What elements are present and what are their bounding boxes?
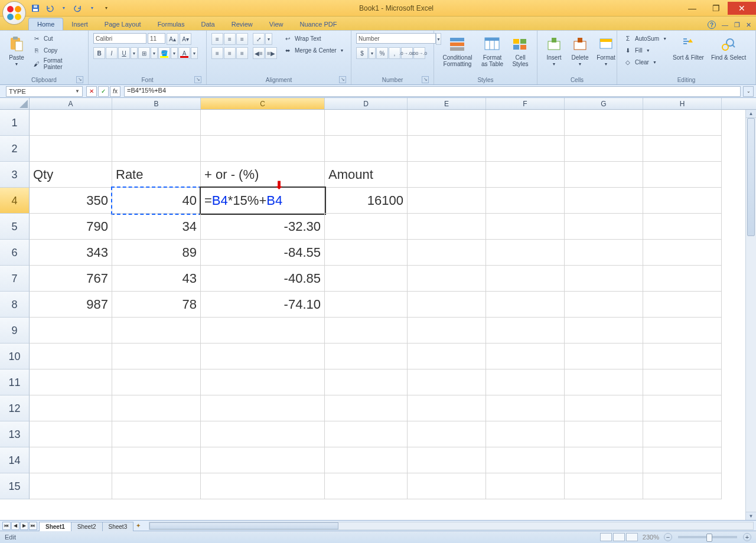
align-top-icon[interactable]: ≡ xyxy=(211,33,223,45)
cell-B5[interactable]: 34 xyxy=(112,214,201,240)
cell-C9[interactable] xyxy=(201,318,325,344)
row-header-9[interactable]: 9 xyxy=(0,318,30,344)
cell-F11[interactable] xyxy=(486,369,565,395)
office-button[interactable] xyxy=(2,1,26,25)
enter-formula-button[interactable]: ✓ xyxy=(98,86,109,97)
cell-A15[interactable] xyxy=(30,473,112,499)
merge-center-button[interactable]: ⬌Merge & Center▼ xyxy=(282,45,346,55)
cell-G13[interactable] xyxy=(565,421,643,447)
cell-G7[interactable] xyxy=(565,266,643,292)
cell-D5[interactable] xyxy=(325,214,408,240)
orientation-dropdown-icon[interactable]: ▼ xyxy=(265,33,272,45)
row-header-4[interactable]: 4 xyxy=(0,188,30,214)
delete-cells-button[interactable]: Delete▼ xyxy=(568,33,592,67)
insert-cells-button[interactable]: Insert▼ xyxy=(542,33,566,67)
col-header-D[interactable]: D xyxy=(325,98,408,109)
scroll-up-icon[interactable]: ▲ xyxy=(746,110,756,118)
cell-E3[interactable] xyxy=(408,162,486,188)
col-header-A[interactable]: A xyxy=(30,98,112,109)
wrap-text-button[interactable]: ↩Wrap Text xyxy=(282,33,346,44)
vertical-scrollbar[interactable]: ▲ ▼ xyxy=(745,110,756,520)
cell-B9[interactable] xyxy=(112,318,201,344)
zoom-in-icon[interactable]: + xyxy=(743,533,751,541)
cell-H1[interactable] xyxy=(643,110,722,136)
cut-button[interactable]: ✂Cut xyxy=(31,33,83,44)
help-icon[interactable]: ? xyxy=(708,21,716,29)
cell-A10[interactable] xyxy=(30,344,112,369)
fill-color-button[interactable]: 🪣 xyxy=(158,47,170,59)
col-header-F[interactable]: F xyxy=(486,98,565,109)
cell-F1[interactable] xyxy=(486,110,565,136)
normal-view-icon[interactable] xyxy=(600,533,612,541)
decrease-indent-icon[interactable]: ◀≡ xyxy=(253,47,265,59)
insert-sheet-icon[interactable]: ✦ xyxy=(136,522,146,529)
cell-H7[interactable] xyxy=(643,266,722,292)
cell-E14[interactable] xyxy=(408,447,486,473)
fx-icon[interactable]: fx xyxy=(110,86,120,97)
cell-D12[interactable] xyxy=(325,395,408,421)
bold-button[interactable]: B xyxy=(93,47,105,59)
cell-F13[interactable] xyxy=(486,421,565,447)
cell-A3[interactable]: Qty xyxy=(30,162,112,188)
tab-formulas[interactable]: Formulas xyxy=(149,18,193,30)
row-header-1[interactable]: 1 xyxy=(0,110,30,136)
cell-D3[interactable]: Amount xyxy=(325,162,408,188)
cell-H14[interactable] xyxy=(643,447,722,473)
cell-B11[interactable] xyxy=(112,369,201,395)
cell-C4[interactable]: =B4*15%+B4⬇ xyxy=(201,188,325,214)
currency-dropdown-icon[interactable]: ▼ xyxy=(369,47,376,59)
cell-B6[interactable]: 89 xyxy=(112,240,201,266)
cell-C1[interactable] xyxy=(201,110,325,136)
cell-G3[interactable] xyxy=(565,162,643,188)
cell-C2[interactable] xyxy=(201,136,325,162)
tab-page-layout[interactable]: Page Layout xyxy=(96,18,149,30)
cell-C7[interactable]: -40.85 xyxy=(201,266,325,292)
cell-D1[interactable] xyxy=(325,110,408,136)
cell-G14[interactable] xyxy=(565,447,643,473)
format-as-table-button[interactable]: Format as Table xyxy=(478,33,506,68)
find-select-button[interactable]: Find & Select xyxy=(709,33,748,62)
row-header-2[interactable]: 2 xyxy=(0,136,30,162)
cell-H4[interactable] xyxy=(643,188,722,214)
tab-view[interactable]: View xyxy=(261,18,292,30)
cell-A14[interactable] xyxy=(30,447,112,473)
increase-decimal-icon[interactable]: .0→.00 xyxy=(401,47,413,59)
cell-E11[interactable] xyxy=(408,369,486,395)
ribbon-close-icon[interactable]: ✕ xyxy=(746,21,751,29)
prev-sheet-icon[interactable]: ◀ xyxy=(11,522,19,530)
cell-A12[interactable] xyxy=(30,395,112,421)
tab-nuance-pdf[interactable]: Nuance PDF xyxy=(291,18,345,30)
cell-styles-button[interactable]: Cell Styles xyxy=(509,33,532,68)
col-header-H[interactable]: H xyxy=(643,98,722,109)
cell-D2[interactable] xyxy=(325,136,408,162)
cell-F5[interactable] xyxy=(486,214,565,240)
cell-D9[interactable] xyxy=(325,318,408,344)
cell-A8[interactable]: 987 xyxy=(30,292,112,318)
cell-B2[interactable] xyxy=(112,136,201,162)
cell-F10[interactable] xyxy=(486,344,565,369)
row-header-10[interactable]: 10 xyxy=(0,344,30,369)
cell-F12[interactable] xyxy=(486,395,565,421)
col-header-E[interactable]: E xyxy=(408,98,486,109)
font-launcher-icon[interactable]: ↘ xyxy=(194,76,201,83)
undo-dropdown-icon[interactable]: ▼ xyxy=(58,2,70,14)
cell-G9[interactable] xyxy=(565,318,643,344)
cell-B3[interactable]: Rate xyxy=(112,162,201,188)
cell-A7[interactable]: 767 xyxy=(30,266,112,292)
align-center-icon[interactable]: ≡ xyxy=(224,47,236,59)
minimize-button[interactable]: — xyxy=(680,2,704,15)
cell-F15[interactable] xyxy=(486,473,565,499)
align-bottom-icon[interactable]: ≡ xyxy=(236,33,248,45)
cell-A13[interactable] xyxy=(30,421,112,447)
decrease-decimal-icon[interactable]: .00→.0 xyxy=(413,47,425,59)
cell-E1[interactable] xyxy=(408,110,486,136)
cell-F3[interactable] xyxy=(486,162,565,188)
ribbon-restore-icon[interactable]: ❐ xyxy=(734,21,740,29)
align-middle-icon[interactable]: ≡ xyxy=(224,33,236,45)
cell-F4[interactable] xyxy=(486,188,565,214)
row-header-11[interactable]: 11 xyxy=(0,369,30,395)
page-break-view-icon[interactable] xyxy=(626,533,638,541)
save-icon[interactable] xyxy=(30,2,41,14)
zoom-level[interactable]: 230% xyxy=(643,534,659,541)
cell-E7[interactable] xyxy=(408,266,486,292)
